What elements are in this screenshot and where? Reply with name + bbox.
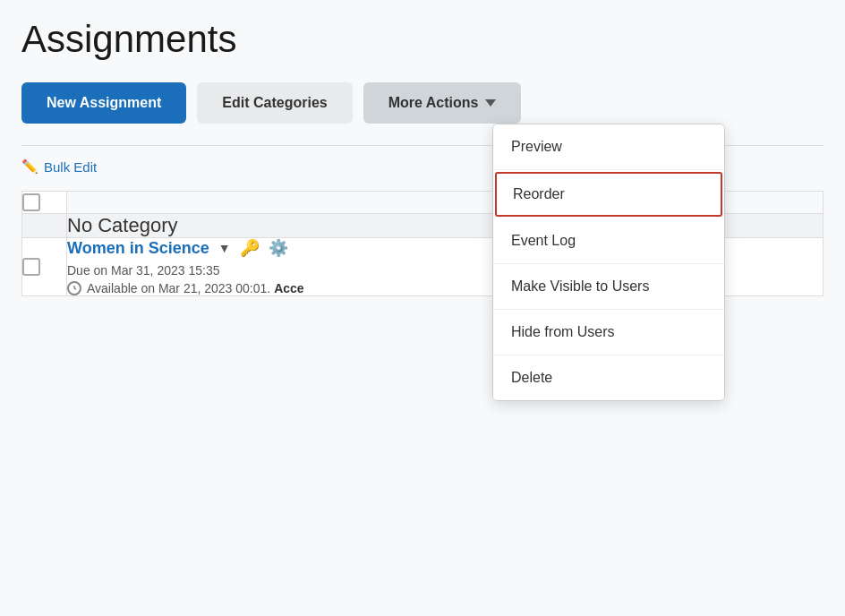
clock-icon: [67, 281, 81, 295]
svg-line-1: [74, 288, 76, 289]
dropdown-item-hide-users[interactable]: Hide from Users: [493, 310, 724, 355]
assignment-checkbox[interactable]: [22, 258, 40, 276]
category-checkbox-cell: [22, 214, 67, 238]
more-actions-button[interactable]: More Actions: [363, 82, 522, 124]
dropdown-item-reorder[interactable]: Reorder: [495, 172, 722, 217]
settings-icon: ⚙️: [269, 238, 288, 258]
key-icon: 🔑: [240, 238, 260, 258]
dropdown-item-delete[interactable]: Delete: [493, 355, 724, 400]
edit-categories-button[interactable]: Edit Categories: [197, 82, 352, 124]
page-title: Assignments: [21, 18, 824, 61]
more-actions-dropdown: Preview Reorder Event Log Make Visible t…: [492, 124, 725, 401]
assignment-checkbox-cell: [22, 238, 67, 296]
header-checkbox-cell: [22, 192, 67, 214]
dropdown-item-make-visible[interactable]: Make Visible to Users: [493, 264, 724, 310]
pencil-icon: ✏️: [21, 158, 38, 175]
chevron-down-icon: [485, 99, 496, 107]
assignment-title[interactable]: Women in Science: [67, 239, 209, 258]
bulk-edit-label: Bulk Edit: [44, 159, 97, 175]
select-all-checkbox[interactable]: [22, 193, 40, 211]
dropdown-item-event-log[interactable]: Event Log: [493, 218, 724, 264]
toolbar: New Assignment Edit Categories More Acti…: [21, 82, 824, 124]
available-text: Available on Mar 21, 2023 00:01. Acce: [87, 281, 304, 295]
more-actions-label: More Actions: [388, 95, 479, 111]
dropdown-item-preview[interactable]: Preview: [493, 124, 724, 170]
assignment-chevron-icon[interactable]: ▼: [218, 241, 231, 255]
new-assignment-button[interactable]: New Assignment: [21, 82, 186, 124]
bulk-edit-button[interactable]: ✏️ Bulk Edit: [21, 155, 97, 178]
